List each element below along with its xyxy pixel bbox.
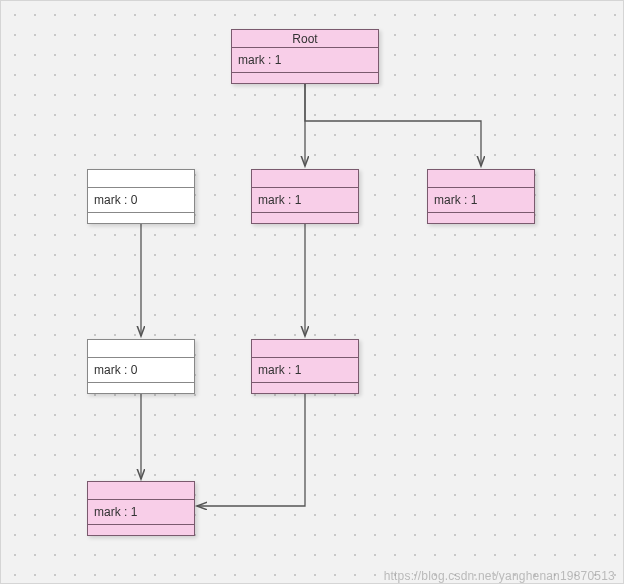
node-n6-ops	[88, 525, 194, 535]
node-n1-attr: mark : 1	[252, 188, 358, 213]
diagram-canvas: Root mark : 1 mark : 1 mark : 1 mark : 0…	[0, 0, 624, 584]
node-n2[interactable]: mark : 1	[427, 169, 535, 224]
node-n6-title	[88, 482, 194, 500]
node-n4-title	[252, 340, 358, 358]
node-n2-title	[428, 170, 534, 188]
node-n5-attr: mark : 0	[88, 358, 194, 383]
watermark-text: https://blog.csdn.net/yanghenan19870513	[384, 569, 615, 583]
edge-n4-n6	[197, 389, 305, 506]
node-root-ops	[232, 73, 378, 83]
node-n3-attr: mark : 0	[88, 188, 194, 213]
node-n3-ops	[88, 213, 194, 223]
node-n1-title	[252, 170, 358, 188]
node-n6[interactable]: mark : 1	[87, 481, 195, 536]
node-root[interactable]: Root mark : 1	[231, 29, 379, 84]
node-n5-title	[88, 340, 194, 358]
node-n2-ops	[428, 213, 534, 223]
node-root-title: Root	[232, 30, 378, 48]
node-n4[interactable]: mark : 1	[251, 339, 359, 394]
node-n2-attr: mark : 1	[428, 188, 534, 213]
node-n5-ops	[88, 383, 194, 393]
node-n3-title	[88, 170, 194, 188]
node-n5[interactable]: mark : 0	[87, 339, 195, 394]
edge-root-n2	[305, 83, 481, 166]
node-n1-ops	[252, 213, 358, 223]
node-n4-attr: mark : 1	[252, 358, 358, 383]
node-n1[interactable]: mark : 1	[251, 169, 359, 224]
node-n4-ops	[252, 383, 358, 393]
node-n3[interactable]: mark : 0	[87, 169, 195, 224]
node-n6-attr: mark : 1	[88, 500, 194, 525]
node-root-attr: mark : 1	[232, 48, 378, 73]
